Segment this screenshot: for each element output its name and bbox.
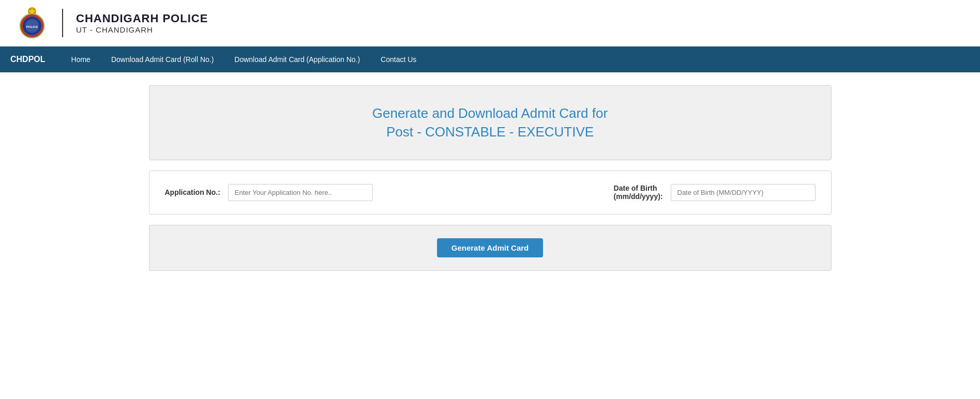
application-no-input[interactable] [228, 184, 373, 201]
application-no-label: Application No.: [165, 188, 220, 196]
button-card: Generate Admit Card [149, 225, 832, 271]
navbar-brand[interactable]: CHDPOL [10, 55, 46, 64]
nav-item-download-roll[interactable]: Download Admit Card (Roll No.) [101, 47, 224, 72]
form-card: Application No.: Date of Birth (mm/dd/yy… [149, 171, 832, 214]
dob-group: Date of Birth (mm/dd/yyyy): [614, 184, 816, 201]
main-navbar: CHDPOL Home Download Admit Card (Roll No… [0, 47, 980, 72]
police-emblem-icon: POLICE [16, 6, 49, 40]
page-title: Generate and Download Admit Card for Pos… [160, 104, 821, 142]
svg-text:POLICE: POLICE [26, 25, 38, 28]
generate-admit-card-button[interactable]: Generate Admit Card [437, 238, 543, 257]
title-card: Generate and Download Admit Card for Pos… [149, 85, 832, 160]
dob-label: Date of Birth (mm/dd/yyyy): [614, 184, 663, 201]
page-header: POLICE CHANDIGARH POLICE UT - CHANDIGARH [0, 0, 980, 47]
dob-input[interactable] [671, 184, 816, 201]
nav-item-download-app[interactable]: Download Admit Card (Application No.) [224, 47, 370, 72]
nav-menu: Home Download Admit Card (Roll No.) Down… [61, 47, 427, 72]
application-no-group: Application No.: [165, 184, 373, 201]
org-name: CHANDIGARH POLICE [76, 12, 208, 25]
nav-item-contact[interactable]: Contact Us [370, 47, 427, 72]
org-subtitle: UT - CHANDIGARH [76, 25, 208, 34]
nav-item-home[interactable]: Home [61, 47, 101, 72]
main-content: Generate and Download Admit Card for Pos… [128, 72, 852, 284]
logo-area: POLICE CHANDIGARH POLICE UT - CHANDIGARH [16, 6, 208, 40]
org-text: CHANDIGARH POLICE UT - CHANDIGARH [76, 12, 208, 34]
header-divider [62, 9, 63, 37]
